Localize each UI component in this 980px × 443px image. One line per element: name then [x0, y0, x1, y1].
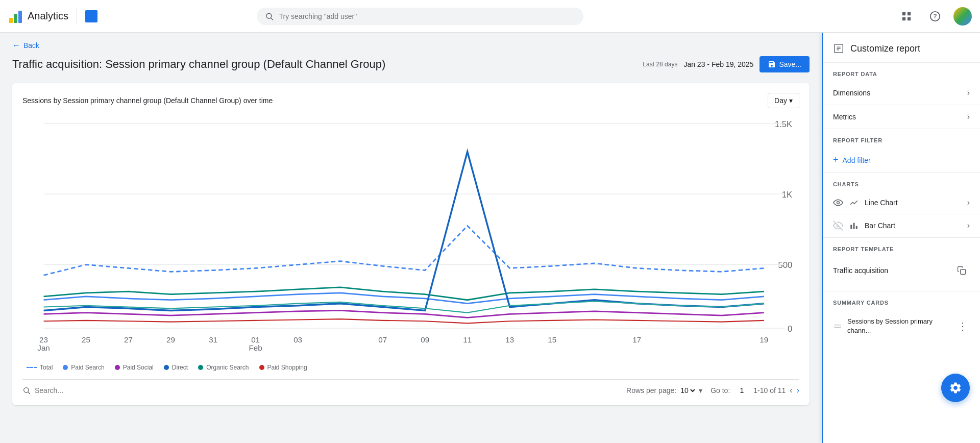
analytics-logo-icon: [8, 9, 23, 24]
arrow-indicator: [822, 88, 823, 102]
svg-text:27: 27: [124, 335, 133, 344]
legend-total-icon: [27, 367, 37, 368]
page-title: Traffic acquisition: Session primary cha…: [12, 58, 385, 71]
right-panel: Customize report REPORT DATA Dimensions …: [822, 33, 980, 443]
svg-rect-7: [902, 17, 905, 20]
svg-text:?: ?: [933, 12, 937, 19]
svg-point-43: [837, 202, 840, 204]
add-filter-button[interactable]: + Add filter: [823, 147, 980, 173]
legend-direct-label: Direct: [172, 364, 188, 371]
charts-label: CHARTS: [823, 173, 980, 191]
summary-card-left: Sessions by Session primary chann...: [833, 317, 949, 335]
summary-card-text: Sessions by Session primary chann...: [847, 317, 949, 335]
line-chart-right: ›: [967, 198, 970, 207]
bar-chart-label: Bar Chart: [865, 222, 895, 230]
template-copy-button[interactable]: [953, 262, 970, 279]
template-item: Traffic acquisition: [823, 256, 980, 285]
dimensions-item[interactable]: Dimensions ›: [823, 81, 980, 105]
period-selector[interactable]: Day ▾: [768, 93, 799, 108]
table-search-input[interactable]: [35, 386, 124, 395]
back-button[interactable]: ← Back: [12, 41, 39, 50]
report-filter-label: REPORT FILTER: [823, 129, 980, 147]
svg-text:1K: 1K: [782, 190, 792, 200]
search-input[interactable]: [279, 12, 576, 20]
page-nav: Go to: 1-10 of 11 ‹ ›: [710, 386, 799, 395]
help-icon: ?: [929, 11, 941, 22]
summary-card-more-button[interactable]: ⋮: [955, 318, 970, 334]
bar-chart-right: ›: [967, 221, 970, 230]
svg-text:15: 15: [548, 335, 556, 344]
date-label: Last 28 days: [643, 61, 677, 68]
chart-container: 1.5K 1K 500 0: [22, 116, 799, 358]
search-bar[interactable]: [257, 8, 583, 25]
panel-header: Customize report: [823, 33, 980, 63]
bar-chart-item-left: Bar Chart: [833, 220, 895, 231]
property-selector[interactable]: [85, 10, 97, 22]
date-value: Jan 23 - Feb 19, 2025: [683, 60, 753, 68]
svg-rect-6: [908, 12, 911, 15]
next-page-button[interactable]: ›: [797, 386, 799, 395]
svg-rect-5: [902, 12, 905, 15]
grid-apps-button[interactable]: [896, 6, 917, 27]
date-range: Last 28 days Jan 23 - Feb 19, 2025 Save.…: [643, 56, 810, 72]
svg-text:29: 29: [166, 335, 175, 344]
charts-section: Line Chart › Bar Char: [823, 191, 980, 238]
legend-organic-icon: [198, 365, 203, 370]
report-template-section: REPORT TEMPLATE Traffic acquisition: [823, 238, 980, 291]
fab-settings-icon: [949, 381, 962, 395]
grid-icon: [901, 11, 912, 22]
user-avatar[interactable]: [953, 7, 972, 26]
svg-text:0: 0: [788, 324, 792, 334]
drag-handle-icon: [833, 322, 842, 331]
goto-input[interactable]: [734, 386, 749, 395]
svg-text:Feb: Feb: [249, 343, 262, 352]
chart-header: Sessions by Session primary channel grou…: [22, 93, 799, 108]
legend-organic-label: Organic Search: [206, 364, 249, 371]
legend-direct: Direct: [164, 364, 188, 371]
help-button[interactable]: ?: [925, 6, 945, 27]
back-label: Back: [23, 41, 39, 50]
report-data-label: REPORT DATA: [823, 63, 980, 81]
template-name: Traffic acquisition: [833, 266, 888, 275]
filter-section: + Add filter: [823, 147, 980, 173]
svg-text:07: 07: [378, 335, 387, 344]
svg-text:01: 01: [251, 335, 260, 344]
svg-text:09: 09: [421, 335, 429, 344]
app-title: Analytics: [28, 10, 68, 22]
prev-page-button[interactable]: ‹: [790, 386, 792, 395]
legend-paid-shopping: Paid Shopping: [259, 364, 307, 371]
svg-rect-1: [14, 14, 17, 23]
line-chart-item[interactable]: Line Chart ›: [823, 191, 980, 214]
svg-text:31: 31: [209, 335, 217, 344]
search-icon: [265, 12, 274, 21]
legend-paid-social: Paid Social: [115, 364, 154, 371]
pagination: Rows per page: 10 25 50 ▾ Go to: 1-10 of…: [626, 386, 799, 395]
rows-chevron-icon: ▾: [699, 386, 702, 395]
svg-text:03: 03: [293, 335, 302, 344]
svg-rect-46: [853, 223, 855, 229]
svg-text:Jan: Jan: [37, 343, 50, 352]
rows-selector[interactable]: 10 25 50: [678, 386, 697, 395]
save-label: Save...: [779, 60, 801, 68]
fab-customize-button[interactable]: [941, 374, 970, 402]
rows-per-page[interactable]: Rows per page: 10 25 50 ▾: [626, 386, 702, 395]
svg-rect-2: [18, 11, 22, 23]
topbar-divider: [77, 8, 77, 24]
metrics-label: Metrics: [833, 113, 856, 121]
customize-report-icon: [833, 43, 844, 54]
app-logo: Analytics: [8, 9, 68, 24]
topbar: Analytics ?: [0, 0, 980, 33]
save-icon: [768, 60, 776, 68]
metrics-item[interactable]: Metrics ›: [823, 105, 980, 129]
table-search[interactable]: [22, 386, 124, 395]
left-content: ← Back Traffic acquisition: Session prim…: [0, 33, 822, 443]
legend-paid-search: Paid Search: [63, 364, 104, 371]
save-button[interactable]: Save...: [760, 56, 810, 72]
copy-icon: [957, 266, 966, 275]
add-filter-plus-icon: +: [833, 155, 839, 165]
svg-line-36: [28, 392, 30, 394]
bar-chart-item[interactable]: Bar Chart ›: [823, 214, 980, 237]
chart-card-title: Sessions by Session primary channel grou…: [22, 96, 273, 105]
rows-label: Rows per page:: [626, 386, 676, 395]
summary-card-item[interactable]: Sessions by Session primary chann... ⋮: [823, 310, 980, 342]
